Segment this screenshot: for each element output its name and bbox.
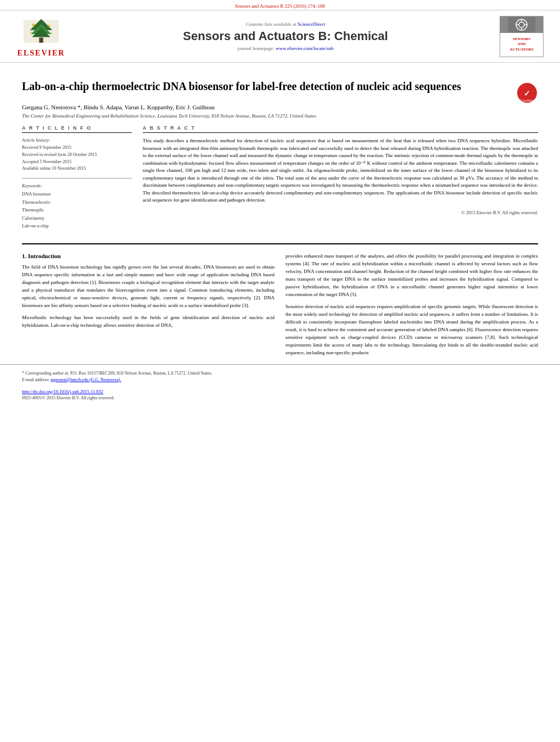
accepted-date: Accepted 5 November 2015	[22, 159, 132, 166]
article-info-label: A R T I C L E I N F O	[22, 125, 132, 133]
article-info-col: A R T I C L E I N F O Article history: R…	[22, 125, 132, 235]
article-title: Lab-on-a-chip thermoelectric DNA biosens…	[22, 79, 516, 93]
footnote-area: * Corresponding author at: P.O. Box 1015…	[0, 364, 560, 386]
footnote-email: E-mail address: ggneston@latech.edu (G.G…	[22, 377, 538, 383]
sciencedirect-link: Contents lists available at ScienceDirec…	[71, 21, 500, 27]
keyword-3: Thermopile	[22, 206, 132, 214]
svg-text:✓: ✓	[524, 89, 530, 98]
introduction-heading: 1. Introduction	[22, 253, 275, 259]
sensors-logo-bottom: SENSORS AND ACTUATORS	[500, 33, 543, 57]
journal-header: ELSEVIER Contents lists available at Sci…	[0, 10, 560, 63]
sensors-logo: SENSORS AND ACTUATORS	[500, 16, 544, 57]
authors-line: Gergana G. Nestorova *, Bindu S. Adapa, …	[22, 104, 538, 110]
received-date: Received 9 September 2015	[22, 144, 132, 152]
journal-homepage: journal homepage: www.elsevier.com/locat…	[71, 46, 500, 51]
info-abstract-columns: A R T I C L E I N F O Article history: R…	[22, 125, 538, 235]
crossmark-icon: ✓ CrossMark	[516, 82, 538, 104]
article-history: Article history: Received 9 September 20…	[22, 137, 132, 172]
affiliation: The Center for Biomedical Engineering an…	[22, 113, 538, 119]
svg-text:CrossMark: CrossMark	[520, 99, 534, 102]
issn-line: 0925-4005/© 2015 Elsevier B.V. All right…	[0, 394, 560, 403]
abstract-label: A B S T R A C T	[143, 125, 538, 133]
keywords-list: DNA biosensor Thermoelectric Thermopile …	[22, 190, 132, 230]
elsevier-tree-icon	[19, 15, 63, 48]
keywords-label: Keywords:	[22, 183, 132, 188]
sciencedirect-anchor[interactable]: ScienceDirect	[298, 21, 325, 27]
svg-point-7	[30, 31, 32, 34]
title-area: Lab-on-a-chip thermoelectric DNA biosens…	[22, 79, 538, 104]
available-online-date: Available online 10 November 2015	[22, 165, 132, 172]
intro-paragraph-2: Microfluidic technology has been success…	[22, 314, 275, 330]
doi-link[interactable]: http://dx.doi.org/10.1016/j.snb.2015.11.…	[22, 389, 103, 394]
abstract-col: A B S T R A C T This study describes a t…	[143, 125, 538, 235]
elsevier-text: ELSEVIER	[18, 49, 65, 58]
citation-text: Sensors and Actuators B 225 (2016) 174–1…	[235, 3, 325, 9]
page: Sensors and Actuators B 225 (2016) 174–1…	[0, 0, 560, 403]
body-left-col: 1. Introduction The field of DNA biosens…	[22, 253, 275, 361]
keyword-1: DNA biosensor	[22, 190, 132, 198]
intro-paragraph-1: The field of DNA biosensor technology ha…	[22, 264, 275, 310]
journal-title-area: Contents lists available at ScienceDirec…	[71, 21, 500, 51]
info-divider	[22, 178, 132, 178]
doi-line: http://dx.doi.org/10.1016/j.snb.2015.11.…	[0, 386, 560, 394]
svg-point-5	[32, 24, 35, 27]
abstract-text: This study describes a thermoelectric me…	[143, 137, 538, 204]
email-link[interactable]: ggneston@latech.edu (G.G. Nestorova).	[51, 377, 121, 382]
keyword-2: Thermoelectric	[22, 198, 132, 206]
sensors-logo-text: SENSORS AND ACTUATORS	[509, 37, 533, 52]
sensors-logo-top	[500, 16, 543, 33]
svg-point-8	[51, 32, 53, 34]
body-columns: 1. Introduction The field of DNA biosens…	[0, 244, 560, 361]
body-right-col: provides enhanced mass transport of the …	[285, 253, 538, 361]
footnote-corresponding: * Corresponding author at: P.O. Box 1015…	[22, 370, 538, 377]
history-label: Article history:	[22, 137, 132, 143]
svg-point-6	[48, 25, 51, 27]
keyword-4: Calorimetry	[22, 214, 132, 222]
svg-rect-1	[39, 38, 43, 43]
right-paragraph-2: Sensitive detection of nucleic acid sequ…	[285, 303, 538, 357]
keyword-5: Lab-on-a-chip	[22, 222, 132, 230]
article-content: Lab-on-a-chip thermoelectric DNA biosens…	[0, 63, 560, 235]
copyright-notice: © 2015 Elsevier B.V. All rights reserved…	[143, 210, 538, 215]
right-paragraph-1: provides enhanced mass transport of the …	[285, 253, 538, 299]
journal-name: Sensors and Actuators B: Chemical	[71, 29, 500, 43]
homepage-link[interactable]: www.elsevier.com/locate/snb	[276, 46, 333, 51]
received-revised-date: Received in revised form 28 October 2015	[22, 152, 132, 159]
citation-bar: Sensors and Actuators B 225 (2016) 174–1…	[0, 0, 560, 10]
elsevier-logo: ELSEVIER	[11, 15, 71, 58]
keywords-group: Keywords: DNA biosensor Thermoelectric T…	[22, 183, 132, 230]
